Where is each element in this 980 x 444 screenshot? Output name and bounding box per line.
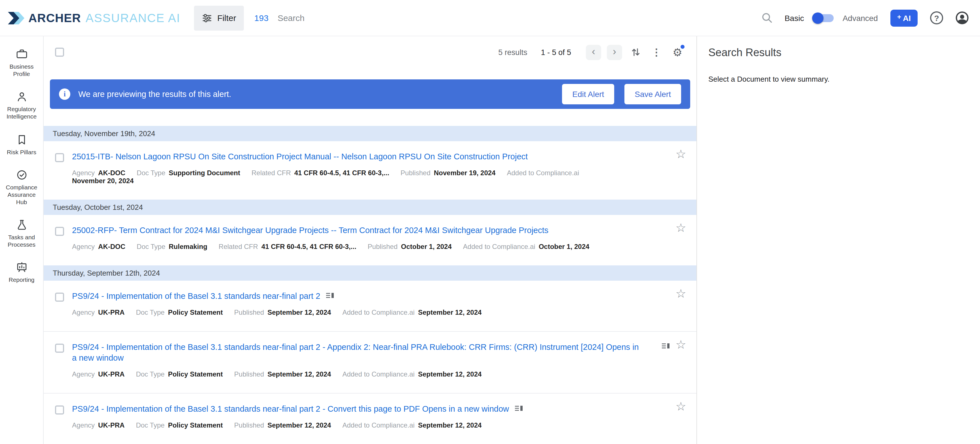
meta-value-doc-type: Policy Statement (168, 309, 223, 317)
result-checkbox[interactable] (55, 293, 64, 302)
logo-text-archer: ARCHER (29, 11, 81, 25)
document-icon (515, 406, 523, 412)
result-row: PS9/24 - Implementation of the Basel 3.1… (44, 393, 697, 444)
meta-value-agency: UK-PRA (98, 309, 124, 317)
meta-value-related-cfr: 41 CFR 60-4.5, 41 CFR 60-3,... (261, 243, 356, 251)
list-toolbar: 5 results 1 - 5 of 5 ‹ › ⋮ ⚙ (44, 36, 697, 68)
meta-label-published: Published (234, 370, 264, 378)
sort-button[interactable] (628, 45, 643, 60)
result-content: 25002-RFP- Term Contract for 2024 M&I Sw… (72, 225, 601, 251)
meta-label-agency: Agency (72, 243, 95, 251)
sidebar: Business Profile Regulatory Intelligence… (0, 36, 44, 444)
sidebar-item-business-profile[interactable]: Business Profile (0, 44, 43, 82)
edit-alert-button[interactable]: Edit Alert (562, 84, 614, 104)
meta-value-doc-type: Policy Statement (168, 421, 223, 429)
result-content: PS9/24 - Implementation of the Basel 3.1… (72, 404, 523, 429)
meta-label-doc-type: Doc Type (136, 370, 164, 378)
basic-mode-label[interactable]: Basic (784, 13, 804, 22)
meta-label-doc-type: Doc Type (137, 243, 165, 251)
meta-value-published: October 1, 2024 (401, 243, 452, 251)
result-title-link[interactable]: PS9/24 - Implementation of the Basel 3.1… (72, 404, 509, 414)
sidebar-item-compliance-assurance-hub[interactable]: Compliance Assurance Hub (0, 165, 43, 210)
more-options-button[interactable]: ⋮ (649, 45, 664, 60)
document-icon (326, 293, 334, 299)
search-icon[interactable] (761, 12, 773, 24)
plus-icon: + (897, 13, 901, 21)
sidebar-item-label: Regulatory Intelligence (2, 106, 41, 121)
meta-label-added: Added to Compliance.ai (342, 309, 415, 317)
star-icon[interactable]: ☆ (675, 148, 686, 160)
meta-label-agency: Agency (72, 370, 95, 378)
meta-label-added: Added to Compliance.ai (463, 243, 535, 251)
save-alert-button[interactable]: Save Alert (624, 84, 681, 104)
search-input[interactable] (278, 13, 761, 23)
result-title-link[interactable]: 25015-ITB- Nelson Lagoon RPSU On Site Co… (72, 152, 528, 161)
meta-label-published: Published (234, 309, 264, 317)
result-title-link[interactable]: 25002-RFP- Term Contract for 2024 M&I Sw… (72, 226, 549, 235)
advanced-mode-label[interactable]: Advanced (842, 13, 878, 22)
result-meta: Agency AK-DOC Doc Type Supporting Docume… (72, 169, 643, 185)
result-row: 25015-ITB- Nelson Lagoon RPSU On Site Co… (44, 141, 697, 200)
select-all-checkbox[interactable] (55, 48, 64, 57)
result-meta: Agency UK-PRA Doc Type Policy Statement … (72, 421, 523, 429)
flask-icon (16, 219, 27, 231)
meta-label-published: Published (234, 421, 264, 429)
meta-value-added: September 12, 2024 (418, 370, 482, 378)
result-checkbox[interactable] (55, 227, 64, 236)
result-content: PS9/24 - Implementation of the Basel 3.1… (72, 291, 493, 317)
result-groups: Tuesday, November 19th, 2024 25015-ITB- … (44, 126, 697, 444)
date-group-header: Thursday, September 12th, 2024 (44, 266, 697, 281)
meta-label-added: Added to Compliance.ai (507, 169, 579, 177)
result-meta: Agency UK-PRA Doc Type Policy Statement … (72, 370, 643, 378)
toggle-thumb (812, 12, 823, 24)
sidebar-item-label: Business Profile (2, 63, 41, 78)
star-icon[interactable]: ☆ (675, 339, 686, 350)
filter-button[interactable]: Filter (194, 5, 244, 30)
previous-page-button[interactable]: ‹ (586, 45, 601, 60)
star-icon[interactable]: ☆ (675, 400, 686, 412)
sidebar-item-tasks-and-processes[interactable]: Tasks and Processes (0, 215, 43, 253)
result-title-link[interactable]: PS9/24 - Implementation of the Basel 3.1… (72, 342, 639, 362)
meta-label-agency: Agency (72, 309, 95, 317)
result-row: 25002-RFP- Term Contract for 2024 M&I Sw… (44, 215, 697, 266)
filter-count-badge[interactable]: 193 (255, 13, 269, 23)
account-icon[interactable] (955, 10, 970, 25)
star-icon[interactable]: ☆ (675, 222, 686, 234)
results-count: 5 results (498, 48, 527, 56)
document-icon (662, 343, 670, 350)
info-icon: i (59, 89, 70, 100)
result-meta: Agency UK-PRA Doc Type Policy Statement … (72, 309, 493, 317)
notification-dot (681, 45, 684, 48)
meta-label-related-cfr: Related CFR (219, 243, 258, 251)
meta-label-agency: Agency (72, 421, 95, 429)
logo-chevron-icon (8, 12, 25, 24)
meta-value-agency: AK-DOC (98, 169, 125, 177)
mode-toggle[interactable] (812, 12, 835, 24)
star-icon[interactable]: ☆ (675, 288, 686, 299)
result-checkbox[interactable] (55, 406, 64, 414)
meta-value-published: September 12, 2024 (267, 309, 331, 317)
sidebar-item-risk-pillars[interactable]: Risk Pillars (0, 130, 43, 160)
ai-button[interactable]: + AI (890, 10, 918, 26)
app-logo[interactable]: ARCHER ASSURANCE AI (8, 11, 180, 25)
sidebar-item-reporting[interactable]: Reporting (0, 258, 43, 288)
next-page-button[interactable]: › (607, 45, 622, 60)
meta-value-added: September 12, 2024 (418, 309, 482, 317)
result-group: Thursday, September 12th, 2024 PS9/24 - … (44, 266, 697, 444)
badge-check-icon (16, 169, 27, 181)
summary-panel: Search Results Select a Document to view… (697, 36, 980, 444)
meta-value-agency: UK-PRA (98, 421, 124, 429)
meta-value-doc-type: Rulemaking (169, 243, 207, 251)
result-title-link[interactable]: PS9/24 - Implementation of the Basel 3.1… (72, 291, 320, 301)
sidebar-item-label: Compliance Assurance Hub (2, 183, 41, 206)
result-checkbox[interactable] (55, 344, 64, 353)
result-checkbox[interactable] (55, 153, 64, 162)
help-icon[interactable]: ? (930, 11, 943, 24)
briefcase-icon (16, 48, 27, 60)
filter-label: Filter (217, 13, 236, 23)
person-icon (16, 91, 27, 103)
date-group-header: Tuesday, October 1st, 2024 (44, 200, 697, 215)
meta-value-agency: AK-DOC (98, 243, 125, 251)
settings-button[interactable]: ⚙ (670, 45, 685, 60)
sidebar-item-regulatory-intelligence[interactable]: Regulatory Intelligence (0, 87, 43, 125)
